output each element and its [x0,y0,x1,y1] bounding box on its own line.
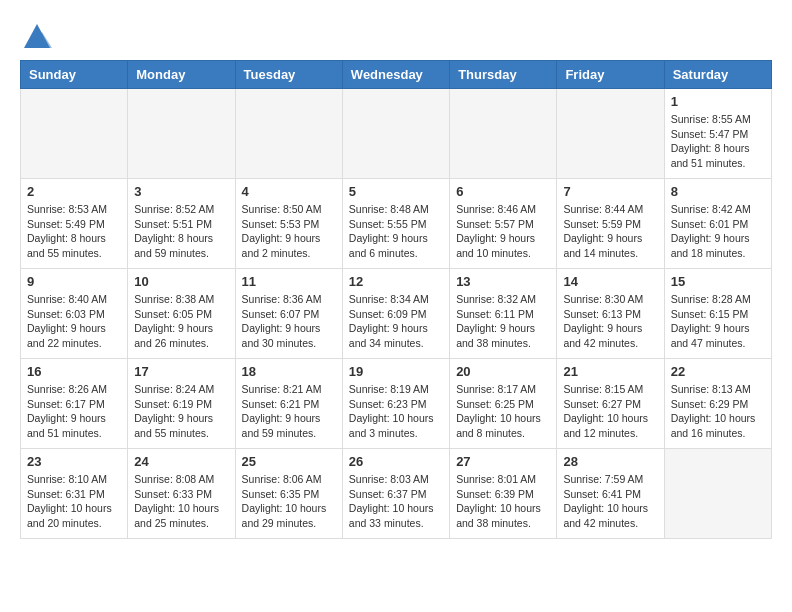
day-info: Sunrise: 8:01 AM Sunset: 6:39 PM Dayligh… [456,472,550,531]
day-info: Sunrise: 8:24 AM Sunset: 6:19 PM Dayligh… [134,382,228,441]
calendar-day-cell: 14Sunrise: 8:30 AM Sunset: 6:13 PM Dayli… [557,269,664,359]
calendar-header-row: SundayMondayTuesdayWednesdayThursdayFrid… [21,61,772,89]
day-of-week-header: Monday [128,61,235,89]
day-info: Sunrise: 8:17 AM Sunset: 6:25 PM Dayligh… [456,382,550,441]
calendar-day-cell: 16Sunrise: 8:26 AM Sunset: 6:17 PM Dayli… [21,359,128,449]
calendar-day-cell: 26Sunrise: 8:03 AM Sunset: 6:37 PM Dayli… [342,449,449,539]
calendar-day-cell: 3Sunrise: 8:52 AM Sunset: 5:51 PM Daylig… [128,179,235,269]
day-number: 28 [563,454,657,469]
day-info: Sunrise: 7:59 AM Sunset: 6:41 PM Dayligh… [563,472,657,531]
calendar-day-cell: 15Sunrise: 8:28 AM Sunset: 6:15 PM Dayli… [664,269,771,359]
day-number: 18 [242,364,336,379]
day-number: 15 [671,274,765,289]
calendar-week-row: 1Sunrise: 8:55 AM Sunset: 5:47 PM Daylig… [21,89,772,179]
calendar-day-cell: 27Sunrise: 8:01 AM Sunset: 6:39 PM Dayli… [450,449,557,539]
calendar-day-cell: 25Sunrise: 8:06 AM Sunset: 6:35 PM Dayli… [235,449,342,539]
calendar-day-cell: 22Sunrise: 8:13 AM Sunset: 6:29 PM Dayli… [664,359,771,449]
day-info: Sunrise: 8:52 AM Sunset: 5:51 PM Dayligh… [134,202,228,261]
calendar-day-cell: 13Sunrise: 8:32 AM Sunset: 6:11 PM Dayli… [450,269,557,359]
calendar-day-cell [342,89,449,179]
day-info: Sunrise: 8:06 AM Sunset: 6:35 PM Dayligh… [242,472,336,531]
day-number: 20 [456,364,550,379]
calendar-day-cell [128,89,235,179]
day-of-week-header: Saturday [664,61,771,89]
calendar-day-cell: 10Sunrise: 8:38 AM Sunset: 6:05 PM Dayli… [128,269,235,359]
day-number: 8 [671,184,765,199]
day-info: Sunrise: 8:55 AM Sunset: 5:47 PM Dayligh… [671,112,765,171]
calendar-day-cell [21,89,128,179]
calendar-day-cell [235,89,342,179]
calendar-week-row: 23Sunrise: 8:10 AM Sunset: 6:31 PM Dayli… [21,449,772,539]
day-info: Sunrise: 8:13 AM Sunset: 6:29 PM Dayligh… [671,382,765,441]
calendar-day-cell: 6Sunrise: 8:46 AM Sunset: 5:57 PM Daylig… [450,179,557,269]
calendar-week-row: 9Sunrise: 8:40 AM Sunset: 6:03 PM Daylig… [21,269,772,359]
logo-icon [22,20,52,50]
calendar-day-cell: 21Sunrise: 8:15 AM Sunset: 6:27 PM Dayli… [557,359,664,449]
day-info: Sunrise: 8:42 AM Sunset: 6:01 PM Dayligh… [671,202,765,261]
calendar-day-cell: 9Sunrise: 8:40 AM Sunset: 6:03 PM Daylig… [21,269,128,359]
calendar-day-cell: 20Sunrise: 8:17 AM Sunset: 6:25 PM Dayli… [450,359,557,449]
day-number: 3 [134,184,228,199]
day-number: 10 [134,274,228,289]
day-info: Sunrise: 8:30 AM Sunset: 6:13 PM Dayligh… [563,292,657,351]
day-number: 17 [134,364,228,379]
day-of-week-header: Wednesday [342,61,449,89]
day-number: 11 [242,274,336,289]
day-number: 14 [563,274,657,289]
day-number: 25 [242,454,336,469]
day-info: Sunrise: 8:34 AM Sunset: 6:09 PM Dayligh… [349,292,443,351]
day-number: 6 [456,184,550,199]
day-number: 16 [27,364,121,379]
calendar-table: SundayMondayTuesdayWednesdayThursdayFrid… [20,60,772,539]
day-of-week-header: Friday [557,61,664,89]
day-info: Sunrise: 8:19 AM Sunset: 6:23 PM Dayligh… [349,382,443,441]
day-info: Sunrise: 8:21 AM Sunset: 6:21 PM Dayligh… [242,382,336,441]
day-number: 21 [563,364,657,379]
day-number: 13 [456,274,550,289]
calendar-day-cell: 12Sunrise: 8:34 AM Sunset: 6:09 PM Dayli… [342,269,449,359]
day-number: 12 [349,274,443,289]
day-info: Sunrise: 8:40 AM Sunset: 6:03 PM Dayligh… [27,292,121,351]
day-number: 9 [27,274,121,289]
calendar-week-row: 16Sunrise: 8:26 AM Sunset: 6:17 PM Dayli… [21,359,772,449]
calendar-day-cell: 2Sunrise: 8:53 AM Sunset: 5:49 PM Daylig… [21,179,128,269]
calendar-day-cell [450,89,557,179]
day-number: 4 [242,184,336,199]
calendar-week-row: 2Sunrise: 8:53 AM Sunset: 5:49 PM Daylig… [21,179,772,269]
day-info: Sunrise: 8:38 AM Sunset: 6:05 PM Dayligh… [134,292,228,351]
day-number: 26 [349,454,443,469]
day-info: Sunrise: 8:36 AM Sunset: 6:07 PM Dayligh… [242,292,336,351]
day-info: Sunrise: 8:32 AM Sunset: 6:11 PM Dayligh… [456,292,550,351]
calendar-day-cell: 28Sunrise: 7:59 AM Sunset: 6:41 PM Dayli… [557,449,664,539]
calendar-day-cell: 23Sunrise: 8:10 AM Sunset: 6:31 PM Dayli… [21,449,128,539]
day-number: 19 [349,364,443,379]
calendar-day-cell [557,89,664,179]
calendar-day-cell: 5Sunrise: 8:48 AM Sunset: 5:55 PM Daylig… [342,179,449,269]
calendar-day-cell: 1Sunrise: 8:55 AM Sunset: 5:47 PM Daylig… [664,89,771,179]
day-number: 7 [563,184,657,199]
calendar-day-cell: 4Sunrise: 8:50 AM Sunset: 5:53 PM Daylig… [235,179,342,269]
page-header [20,20,772,50]
day-number: 1 [671,94,765,109]
day-info: Sunrise: 8:03 AM Sunset: 6:37 PM Dayligh… [349,472,443,531]
day-info: Sunrise: 8:44 AM Sunset: 5:59 PM Dayligh… [563,202,657,261]
day-info: Sunrise: 8:10 AM Sunset: 6:31 PM Dayligh… [27,472,121,531]
day-info: Sunrise: 8:50 AM Sunset: 5:53 PM Dayligh… [242,202,336,261]
calendar-day-cell: 18Sunrise: 8:21 AM Sunset: 6:21 PM Dayli… [235,359,342,449]
day-number: 5 [349,184,443,199]
day-info: Sunrise: 8:53 AM Sunset: 5:49 PM Dayligh… [27,202,121,261]
day-of-week-header: Sunday [21,61,128,89]
calendar-day-cell: 8Sunrise: 8:42 AM Sunset: 6:01 PM Daylig… [664,179,771,269]
day-number: 23 [27,454,121,469]
day-info: Sunrise: 8:28 AM Sunset: 6:15 PM Dayligh… [671,292,765,351]
day-info: Sunrise: 8:46 AM Sunset: 5:57 PM Dayligh… [456,202,550,261]
day-info: Sunrise: 8:26 AM Sunset: 6:17 PM Dayligh… [27,382,121,441]
day-of-week-header: Tuesday [235,61,342,89]
calendar-day-cell: 19Sunrise: 8:19 AM Sunset: 6:23 PM Dayli… [342,359,449,449]
calendar-day-cell: 17Sunrise: 8:24 AM Sunset: 6:19 PM Dayli… [128,359,235,449]
calendar-day-cell: 24Sunrise: 8:08 AM Sunset: 6:33 PM Dayli… [128,449,235,539]
day-info: Sunrise: 8:08 AM Sunset: 6:33 PM Dayligh… [134,472,228,531]
day-number: 27 [456,454,550,469]
calendar-day-cell: 7Sunrise: 8:44 AM Sunset: 5:59 PM Daylig… [557,179,664,269]
logo [20,20,48,50]
